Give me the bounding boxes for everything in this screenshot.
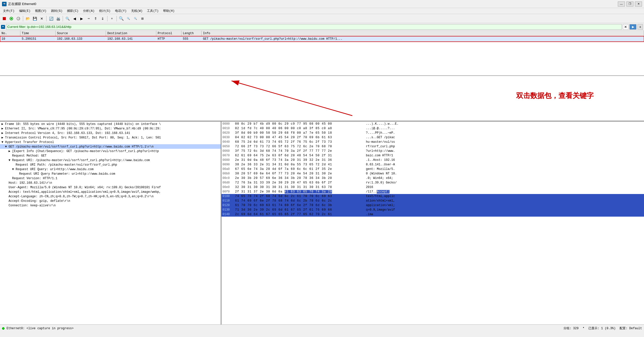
hex-row: 0050 72 66 2f 73 73 72 66 5f 63 75 72 6c… [221, 144, 644, 149]
toolbar-first-button[interactable]: ⇑ [92, 15, 99, 22]
expand-icon-uri: ▼ [9, 158, 12, 162]
col-header-destination[interactable]: Destination [106, 31, 156, 36]
toolbar-last-button[interactable]: ⇓ [99, 15, 106, 22]
detail-line-expert[interactable]: ▶[Expert Info (Chat/Sequence): GET /pika… [0, 149, 221, 153]
status-text: Ethernet0: <live capture in progress> [7, 327, 73, 330]
cell-source: 192.168.63.133 [55, 36, 106, 42]
detail-line-uri-query-param[interactable]: Request URI Query Parameter: url=http://… [0, 171, 221, 176]
minimize-button[interactable]: — [618, 2, 625, 7]
hex-row: 0040 68 75 2d 6d 61 73 74 65 72 2f 76 75… [221, 140, 644, 144]
toolbar-close-capture-button[interactable]: ✕ [39, 15, 45, 22]
close-button[interactable]: ✕ [635, 2, 642, 7]
hex-row: 0090 38 2e 36 33 2e 31 34 31 0d 0a 55 73… [221, 162, 644, 167]
expand-icon-ip: ▶ [2, 131, 5, 135]
filter-input[interactable] [6, 24, 622, 30]
detail-line-useragent[interactable]: User-Agent: Mozilla/5.0 (Windows NT 10.0… [0, 185, 221, 189]
packets-count: 分组: 329 [563, 326, 579, 330]
annotation-text: 双击数据包，查看关键字 [516, 91, 594, 101]
packet-table: No. Time Source Destination Protocol Len… [0, 31, 644, 42]
toolbar-stop-button[interactable] [1, 15, 8, 22]
toolbar-resize-columns-button[interactable]: ⊞ [139, 15, 146, 22]
maximize-button[interactable]: ❐ [626, 2, 633, 7]
hex-row: 0100 74 65 78 74 2f 68 74 6d 6c 2c 61 70… [221, 194, 644, 199]
cell-no: 10 [0, 36, 20, 42]
menu-item-帮助h[interactable]: 帮助(H) [161, 8, 177, 14]
detail-line-method[interactable]: Request Method: GET [0, 153, 221, 158]
toolbar-autoscroll-button[interactable]: ≡ [109, 15, 115, 22]
menu-item-电话y[interactable]: 电话(Y) [113, 8, 129, 14]
packet-list-area: No. Time Source Destination Protocol Len… [0, 31, 644, 76]
filter-clear-button[interactable]: ✕ [623, 24, 628, 30]
col-header-info[interactable]: Info [201, 31, 644, 36]
toolbar-save-button[interactable]: 💾 [31, 15, 38, 22]
hex-panel[interactable]: 0000 00 0c 29 b7 4b d9 00 0c 29 c9 77 95… [221, 122, 644, 324]
status-right: 分组: 329 • 已显示: 1 (0.3%) 配置: Default [563, 326, 642, 330]
detail-line-ethernet[interactable]: ▶Ethernet II, Src: VMware_c9:77:95 (00:0… [0, 126, 221, 131]
expand-icon-tcp: ▶ [2, 135, 5, 140]
table-row[interactable]: 10 5.299151 192.168.63.133 192.168.63.14… [0, 36, 644, 42]
expand-icon-expert: ▶ [9, 149, 12, 153]
detail-line-tcp[interactable]: ▶Transmission Control Protocol, Src Port… [0, 135, 221, 140]
expand-icon-ethernet: ▶ [2, 126, 5, 131]
window-title: 正在捕获 Ethernet0 [8, 2, 36, 6]
packet-detail-panel[interactable]: ▶Frame 10: 555 bytes on wire (4440 bits)… [0, 122, 221, 324]
detail-line-version[interactable]: Request Version: HTTP/1.1 [0, 176, 221, 180]
toolbar-goto-button[interactable]: ⇒ [85, 15, 92, 22]
toolbar-sep-1 [23, 16, 23, 21]
toolbar-print-button[interactable]: 🖨️ [55, 15, 61, 22]
col-header-length[interactable]: Length [181, 31, 201, 36]
expand-icon-frame: ▶ [2, 122, 5, 126]
col-header-time[interactable]: Time [20, 31, 55, 36]
toolbar-sep-4 [107, 16, 107, 21]
detail-line-host[interactable]: Host: 192.168.63.141\r\n [0, 180, 221, 185]
menu-item-文件f[interactable]: 文件(F) [1, 8, 17, 14]
detail-line-uri-query[interactable]: ▼Request URI Query: url=http://www.baidu… [0, 167, 221, 171]
status-left: Ethernet0: <live capture in progress> [2, 327, 73, 330]
toolbar-restart-button[interactable]: ↺ [15, 15, 22, 22]
toolbar-back-button[interactable]: ◀ [71, 15, 78, 22]
detail-line-accept-enc[interactable]: Accept-Encoding: gzip, deflate\r\n [0, 199, 221, 203]
menu-item-编辑e[interactable]: 编辑(E) [17, 8, 33, 14]
detail-line-get[interactable]: ▼GET /pikachu-master/vul/ssrf/ssrf_curl.… [0, 144, 221, 149]
col-header-no[interactable]: No. [0, 31, 20, 36]
toolbar-forward-button[interactable]: ▶ [78, 15, 85, 22]
detail-line-frame[interactable]: ▶Frame 10: 555 bytes on wire (4440 bits)… [0, 122, 221, 126]
bottom-area: ▶Frame 10: 555 bytes on wire (4440 bits)… [0, 121, 644, 324]
toolbar-zoom-in-button[interactable]: 🔍 [118, 15, 125, 22]
detail-line-uri[interactable]: ▼Request URI: /pikachu-master/vul/ssrf/s… [0, 158, 221, 162]
cell-time: 5.299151 [20, 36, 55, 42]
menu-item-视图v[interactable]: 视图(V) [33, 8, 49, 14]
menu-item-捕获c[interactable]: 捕获(C) [65, 8, 81, 14]
detail-line-ip[interactable]: ▶Internet Protocol Version 4, Src: 192.1… [0, 131, 221, 135]
expand-icon-http: ▼ [2, 140, 5, 144]
toolbar-open-button[interactable]: 📂 [24, 15, 31, 22]
menu-item-统计s[interactable]: 统计(S) [97, 8, 113, 14]
detail-line-accept-lang[interactable]: Accept-Language: zh-CN,zh;q=0.8,zh-TW;q=… [0, 194, 221, 199]
menu-item-分析a[interactable]: 分析(A) [81, 8, 97, 14]
toolbar-reload-button[interactable]: 🔄 [48, 15, 54, 22]
toolbar-find-button[interactable]: 🔍 [64, 15, 71, 22]
toolbar-zoom-normal-button[interactable]: 🔍 [132, 15, 139, 22]
filter-apply-button[interactable]: ▶ [629, 24, 636, 30]
hex-row: 00b0 30 20 57 69 6e 64 6f 77 73 20 4e 54… [221, 171, 644, 176]
hex-row: 0140 2c 69 6d 64 61 67 65 65 65 2f 77 65… [221, 212, 644, 217]
filter-plus-button[interactable]: + [637, 24, 643, 30]
toolbar-sep-3 [63, 16, 63, 21]
col-header-protocol[interactable]: Protocol [156, 31, 181, 36]
hex-row: 0110 61 74 69 6f 6e 2f 78 68 74 6d 6c 2b… [221, 199, 644, 203]
toolbar-zoom-out-button[interactable]: 🔍 [125, 15, 132, 22]
cell-destination: 192.168.63.141 [106, 36, 156, 42]
menu-item-工具t[interactable]: 工具(T) [145, 8, 161, 14]
hex-row: 0060 3f 75 72 6c 3d 68 74 74 70 3a 2f 2f… [221, 149, 644, 153]
col-header-source[interactable]: Source [55, 31, 106, 36]
svg-line-6 [232, 81, 352, 116]
app-icon: 🦈 [2, 2, 7, 6]
toolbar-start-button[interactable] [8, 15, 15, 22]
hex-row: 0030 04 02 02 73 00 00 47 45 54 20 2f 70… [221, 135, 644, 140]
menu-item-跳转g[interactable]: 跳转(G) [49, 8, 65, 14]
menu-item-无线w[interactable]: 无线(W) [129, 8, 145, 14]
detail-line-uri-path[interactable]: Request URI Path: /pikachu-master/vul/ss… [0, 162, 221, 167]
detail-line-accept[interactable]: Accept: text/html,application/xhtml+xml,… [0, 189, 221, 194]
detail-line-connection[interactable]: Connection: keep-alive\r\n [0, 203, 221, 208]
detail-line-http[interactable]: ▼Hypertext Transfer Protocol [0, 140, 221, 144]
